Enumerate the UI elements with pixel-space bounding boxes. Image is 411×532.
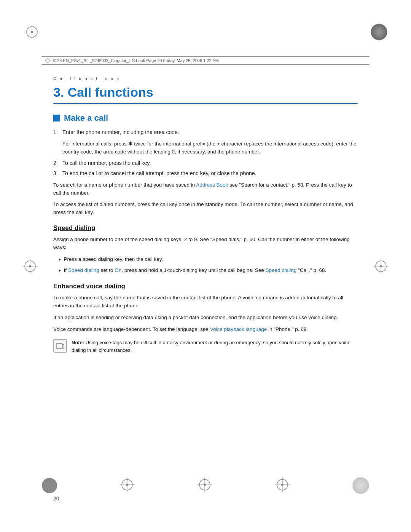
reg-mark-ml [21,257,39,275]
step-2: 2. To call the number, press the call ke… [53,159,358,167]
note-content: Using voice tags may be difficult in a n… [72,340,350,353]
section-label: C a l l f u n c t i o n s [53,76,358,81]
chapter-title: 3. Call functions [53,85,358,104]
note-box: Note: Using voice tags may be difficult … [53,339,358,354]
textured-circle-tr [371,24,387,40]
reg-mark-br [352,477,369,494]
bottom-marks [42,477,369,494]
speed-dialing-bullets: Press a speed dialing key, then the call… [59,256,358,275]
chapter-number: 3. [53,85,64,99]
dialed-numbers-para: To access the list of dialed numbers, pr… [53,201,358,217]
step-3-num: 3. [53,169,60,177]
reg-mark-tr [370,23,388,41]
page-number: 20 [53,495,59,502]
steps-list-2: 2. To call the number, press the call ke… [53,159,358,177]
bullet-2-text: If Speed dialing set to On, press and ho… [64,267,327,275]
make-a-call-title: Make a call [64,113,108,123]
reg-mark-mr [372,257,390,275]
address-book-para: To search for a name or phone number tha… [53,181,358,197]
step-2-num: 2. [53,159,60,167]
speed-dialing-para: Assign a phone number to one of the spee… [53,236,358,252]
step-1: 1. Enter the phone number, including the… [53,128,358,136]
note-text: Note: Using voice tags may be difficult … [72,339,358,354]
step-1-num: 1. [53,128,60,136]
para3-end: in "Phone," p. 69. [267,326,308,332]
indent-para-international: For international calls, press ✱ twice f… [62,140,358,156]
reg-mark-bl [42,478,57,493]
file-info: 6126.EN_ESv1_BIL_9249003_Cingular_UG.boo… [53,58,219,63]
header-bar-inner: 6126.EN_ESv1_BIL_9249003_Cingular_UG.boo… [46,58,219,63]
reg-mark-tl [23,23,41,41]
reg-mark-bc1 [119,477,135,494]
note-label: Note: [72,340,84,345]
bullet-1-text: Press a speed dialing key, then the call… [64,256,163,264]
reg-mark-bc2 [197,477,212,494]
gray-circle-bl [42,478,57,493]
speed-dialing-on-link[interactable]: On [115,267,121,273]
svg-rect-12 [56,343,62,348]
para1-start: To search for a name or phone number tha… [53,182,196,188]
address-book-link[interactable]: Address Book [196,182,228,188]
light-circle-br [352,477,369,494]
make-a-call-heading: Make a call [53,113,358,123]
bullet-2: If Speed dialing set to On, press and ho… [59,267,358,275]
step-2-text: To call the number, press the call key. [62,159,151,167]
enhanced-voice-dialing-heading: Enhanced voice dialing [53,283,358,290]
reg-mark-bc3 [275,477,290,494]
page: 6126.EN_ESv1_BIL_9249003_Cingular_UG.boo… [0,0,411,532]
step-1-text: Enter the phone number, including the ar… [62,128,179,136]
speed-dialing-link-1[interactable]: Speed dialing [68,267,99,273]
voice-dialing-para1: To make a phone call, say the name that … [53,294,358,310]
blue-square-icon [53,115,60,121]
voice-dialing-para3: Voice commands are language-dependent. T… [53,326,358,334]
voice-playback-link[interactable]: Voice playback language [210,326,267,332]
note-icon [53,339,67,353]
speed-dialing-link-2[interactable]: Speed dialing [265,267,296,273]
steps-list: 1. Enter the phone number, including the… [53,128,358,136]
main-content: C a l l f u n c t i o n s 3. Call functi… [53,76,358,471]
voice-dialing-para2: If an application is sending or receivin… [53,314,358,322]
header-bar: 6126.EN_ESv1_BIL_9249003_Cingular_UG.boo… [42,56,369,65]
bullet-1: Press a speed dialing key, then the call… [59,256,358,264]
para3-start: Voice commands are language-dependent. T… [53,326,210,332]
step-3: 3. To end the call or to cancel the call… [53,169,358,177]
header-diamond [45,58,50,63]
chapter-title-text: Call functions [68,85,153,99]
step-3-text: To end the call or to cancel the call at… [62,169,256,177]
speed-dialing-heading: Speed dialing [53,224,358,232]
